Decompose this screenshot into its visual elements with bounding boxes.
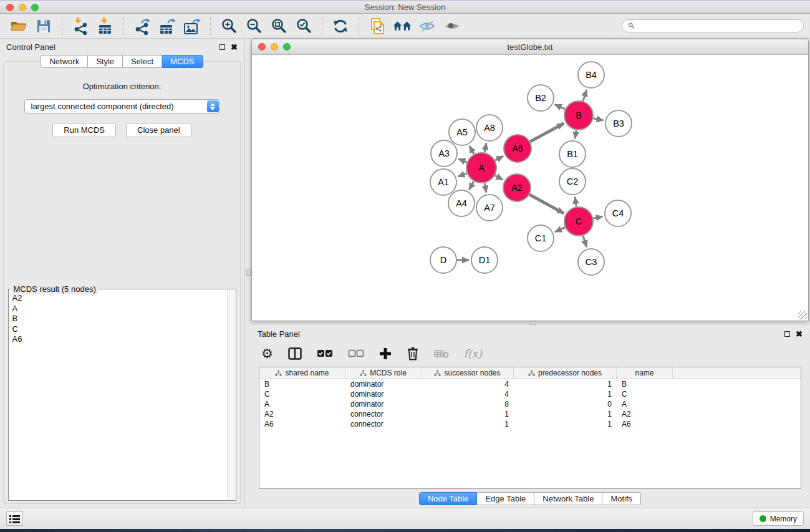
export-image-icon[interactable] (183, 17, 201, 36)
edge-B-B3[interactable] (594, 118, 604, 120)
tab-mcds[interactable]: MCDS (162, 55, 203, 68)
close-panel-button[interactable]: Close panel (126, 123, 191, 137)
table-row[interactable]: Cdominator41C (259, 389, 801, 399)
open-session-icon[interactable] (9, 17, 28, 36)
table-row[interactable]: A6connector11A6 (259, 419, 801, 429)
show-all-icon[interactable] (443, 17, 461, 36)
edge-A-A2[interactable] (495, 175, 503, 180)
run-mcds-button[interactable]: Run MCDS (52, 123, 116, 137)
result-item[interactable]: A2 (9, 293, 227, 304)
edge-A-A4[interactable] (469, 181, 474, 190)
zoom-in-icon[interactable] (219, 17, 238, 36)
memory-button[interactable]: Memory (753, 511, 804, 526)
network-window-titlebar[interactable]: testGlobe.txt (252, 39, 808, 55)
node-B[interactable]: B (564, 101, 593, 130)
import-table-icon[interactable] (96, 17, 115, 36)
node-A3[interactable]: A3 (431, 140, 457, 167)
search-input[interactable] (622, 19, 804, 32)
delete-column-icon[interactable] (407, 346, 419, 361)
column-header-predecessor-nodes[interactable]: predecessor nodes (514, 367, 617, 379)
float-panel-icon[interactable] (219, 44, 225, 50)
edge-C-C4[interactable] (594, 216, 603, 218)
result-item[interactable]: A6 (9, 334, 227, 345)
result-item[interactable]: C (9, 324, 227, 335)
node-A5[interactable]: A5 (449, 119, 475, 145)
import-network-icon[interactable] (71, 17, 90, 36)
edge-C-C3[interactable] (583, 236, 587, 247)
edge-A-A7[interactable] (485, 183, 486, 193)
window-resize-grip[interactable] (798, 311, 807, 319)
save-session-icon[interactable] (34, 17, 53, 36)
node-C4[interactable]: C4 (605, 200, 631, 226)
table-row[interactable]: Adominator80A (259, 399, 801, 409)
node-B1[interactable]: B1 (559, 141, 586, 167)
zoom-selected-icon[interactable] (294, 17, 313, 36)
edge-A-A8[interactable] (485, 143, 486, 153)
close-table-panel-icon[interactable]: ✖ (796, 330, 803, 338)
tab-network[interactable]: Network (41, 55, 88, 68)
edge-C-C1[interactable] (555, 228, 565, 232)
table-row[interactable]: A2connector11A2 (259, 409, 801, 419)
criterion-dropdown[interactable]: largest connected component (directed) (24, 99, 220, 114)
close-panel-icon[interactable]: ✖ (231, 43, 238, 51)
tab-network-table[interactable]: Network Table (534, 492, 602, 505)
node-A6[interactable]: A6 (504, 135, 531, 162)
node-B3[interactable]: B3 (605, 110, 632, 137)
column-header-successor-nodes[interactable]: successor nodes (422, 367, 514, 379)
hide-selected-icon[interactable] (418, 17, 436, 36)
horizontal-splitter[interactable] (251, 321, 809, 326)
result-item[interactable]: B (9, 314, 227, 324)
edge-C-C2[interactable] (575, 197, 576, 207)
node-A[interactable]: A (466, 153, 496, 183)
edge-A2-C[interactable] (529, 195, 564, 213)
tab-node-table[interactable]: Node Table (419, 492, 478, 505)
network-canvas[interactable]: B4B2BB3A8A5A6A3B1AA1C2A2A4A7C4CC1C3DD1 (252, 55, 808, 321)
edge-A-A3[interactable] (458, 159, 466, 162)
deselect-all-icon[interactable] (348, 346, 364, 361)
tab-select[interactable]: Select (123, 55, 162, 68)
table-row[interactable]: Bdominator41B (259, 379, 801, 389)
column-header-shared-name[interactable]: shared name (259, 367, 345, 379)
zoom-out-icon[interactable] (244, 17, 263, 36)
mcds-result-list[interactable]: A2ABCA6 (9, 290, 227, 500)
export-network-icon[interactable] (133, 17, 152, 36)
column-header-name[interactable]: name (617, 367, 673, 379)
gear-icon[interactable]: ⚙ (261, 346, 273, 361)
node-A4[interactable]: A4 (448, 190, 475, 216)
node-C1[interactable]: C1 (528, 225, 554, 251)
column-header-mcds-role[interactable]: MCDS role (345, 367, 422, 379)
task-history-button[interactable] (6, 511, 23, 526)
node-B4[interactable]: B4 (578, 62, 604, 88)
node-A2[interactable]: A2 (503, 174, 531, 201)
result-item[interactable]: A (9, 304, 227, 314)
split-columns-icon[interactable] (288, 346, 302, 361)
refresh-icon[interactable] (331, 17, 350, 36)
tab-motifs[interactable]: Motifs (602, 492, 641, 505)
node-C3[interactable]: C3 (578, 249, 604, 275)
new-network-from-selection-icon[interactable] (368, 17, 387, 36)
edge-B-B1[interactable] (575, 130, 576, 139)
edge-A-A5[interactable] (470, 146, 474, 154)
export-table-icon[interactable] (158, 17, 176, 36)
dropdown-stepper-icon[interactable] (207, 100, 219, 112)
node-A1[interactable]: A1 (430, 169, 456, 195)
tab-edge-table[interactable]: Edge Table (477, 492, 534, 505)
edge-B-B2[interactable] (555, 104, 566, 109)
edge-A6-B[interactable] (530, 123, 564, 142)
network-graph[interactable]: B4B2BB3A8A5A6A3B1AA1C2A2A4A7C4CC1C3DD1 (252, 55, 809, 320)
node-A7[interactable]: A7 (476, 195, 503, 221)
edge-B-B4[interactable] (583, 90, 587, 101)
select-all-icon[interactable] (317, 346, 333, 361)
first-neighbors-icon[interactable] (393, 17, 412, 36)
node-A8[interactable]: A8 (476, 115, 503, 141)
node-C2[interactable]: C2 (559, 168, 586, 195)
zoom-fit-icon[interactable] (269, 17, 288, 36)
float-table-panel-icon[interactable] (784, 331, 790, 337)
tab-style[interactable]: Style (88, 55, 123, 68)
node-C[interactable]: C (564, 207, 593, 236)
edge-A-A6[interactable] (495, 156, 503, 160)
node-B2[interactable]: B2 (528, 85, 554, 111)
panel-splitter-handle[interactable] (246, 269, 251, 276)
result-scrollbar[interactable] (227, 290, 235, 500)
add-column-icon[interactable] (379, 346, 392, 361)
